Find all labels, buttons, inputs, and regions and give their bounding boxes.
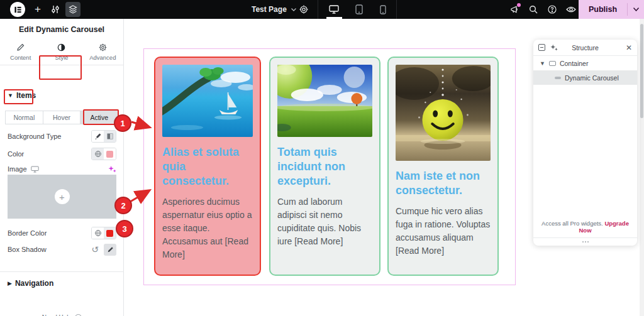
border-color-label: Border Color (8, 229, 47, 237)
publish-options-chevron[interactable] (628, 0, 644, 19)
navigation-section-toggle[interactable]: ▶ Navigation (8, 279, 53, 288)
color-swatch-pink[interactable] (104, 148, 116, 160)
close-icon[interactable]: ✕ (626, 43, 632, 52)
tree-item-dynamic-carousel[interactable]: Dynamic Carousel (533, 70, 637, 85)
pencil-icon (16, 43, 25, 52)
tab-style-label: Style (55, 54, 68, 61)
color-label: Color (8, 150, 24, 158)
items-section-toggle[interactable]: ▼ Items (8, 91, 36, 100)
color-row: Color (8, 148, 116, 160)
border-color-swatch-red[interactable] (104, 227, 116, 239)
panel-tab-bar: Content Style Advanced (0, 39, 123, 65)
edit-box-shadow-pencil-icon[interactable] (104, 244, 116, 256)
navigation-section-label: Navigation (15, 279, 53, 288)
notification-dot (517, 3, 521, 7)
elementor-editor: + Test Page (0, 0, 644, 316)
preview-eye-icon[interactable] (562, 0, 580, 19)
finder-search-icon[interactable] (525, 0, 542, 19)
tree-item-container[interactable]: ▼ Container (533, 56, 637, 70)
box-shadow-control: ↺ (91, 244, 116, 256)
toolbar-divider (396, 0, 397, 19)
carousel-card[interactable]: Totam quis incidunt non excepturi. Cum a… (269, 57, 380, 276)
help-icon[interactable] (543, 0, 561, 19)
image-label-group: Image (8, 165, 39, 173)
state-tab-bar: Normal Hover Active (5, 111, 118, 124)
page-settings-gear-icon[interactable] (296, 0, 312, 19)
device-tablet-icon[interactable] (350, 0, 369, 19)
publish-button[interactable]: Publish (579, 0, 627, 19)
panel-title: Edit Dynamic Carousel (0, 19, 123, 39)
pro-widgets-text: Access all Pro widgets. (541, 220, 603, 227)
elementor-logo-icon[interactable] (10, 2, 25, 17)
gear-icon (99, 43, 107, 52)
card-body: Cumque hic vero alias fuga in ratione. V… (396, 205, 491, 258)
tab-advanced-label: Advanced (89, 54, 116, 61)
card-title: Totam quis incidunt non excepturi. (277, 145, 372, 188)
active-device-indicator (326, 17, 342, 19)
callout-1: 1 (114, 114, 131, 132)
state-tab-hover[interactable]: Hover (43, 111, 80, 124)
tab-style[interactable]: Style (41, 39, 82, 65)
border-color-row: Border Color (8, 227, 116, 239)
card-image-smiley-rain (396, 65, 491, 161)
page-name-dropdown[interactable]: Test Page (249, 0, 299, 19)
carousel-card[interactable]: Nam iste et non consectetur. Cumque hic … (387, 57, 499, 276)
color-control (91, 148, 116, 160)
box-shadow-row: Box Shadow ↺ (8, 243, 116, 256)
tab-content[interactable]: Content (0, 39, 41, 65)
device-mobile-icon[interactable] (374, 0, 392, 19)
border-color-control (91, 227, 116, 239)
caret-right-icon: ▶ (8, 280, 12, 286)
tree-item-label: Container (560, 60, 589, 67)
device-desktop-icon[interactable] (325, 0, 343, 19)
classic-background-brush-icon[interactable] (92, 131, 104, 142)
publish-split-button[interactable]: Publish (579, 0, 644, 19)
caret-down-icon: ▼ (8, 92, 13, 99)
image-row: Image (8, 163, 116, 175)
whats-new-megaphone-icon[interactable] (506, 0, 523, 19)
state-tab-active[interactable]: Active (80, 111, 118, 124)
chevron-down-icon (633, 8, 639, 11)
card-title: Nam iste et non consectetur. (396, 169, 491, 198)
top-toolbar: + Test Page (0, 0, 644, 19)
add-element-icon[interactable]: + (30, 0, 45, 19)
elementor-logo-glyph (14, 6, 22, 14)
card-body: Asperiores ducimus aspernatur eius optio… (162, 195, 253, 261)
state-tab-normal[interactable]: Normal (6, 111, 43, 124)
gradient-background-icon[interactable] (104, 131, 116, 142)
background-type-control (91, 130, 116, 143)
widgets-panel-icon[interactable] (65, 2, 80, 17)
panel-drag-handle[interactable] (533, 238, 637, 246)
carousel-card-active[interactable]: Alias et soluta quia consectetur. Asperi… (154, 57, 261, 276)
card-image-beach (162, 65, 253, 137)
pro-widgets-footer: Access all Pro widgets. Upgrade Now (533, 216, 637, 238)
collapse-all-icon[interactable] (538, 44, 545, 51)
image-upload-area[interactable]: + (8, 175, 116, 219)
card-title: Alias et soluta quia consectetur. (162, 145, 253, 188)
structure-panel-title: Structure (533, 44, 637, 52)
tab-advanced[interactable]: Advanced (82, 39, 123, 65)
ai-sparkle-icon[interactable] (108, 165, 116, 173)
image-label: Image (8, 165, 27, 173)
reset-undo-icon[interactable]: ↺ (91, 244, 99, 254)
card-image-planet-meadow (277, 65, 372, 137)
editor-panel: Edit Dynamic Carousel Content Style (0, 19, 124, 316)
caret-down-icon: ▼ (540, 60, 545, 67)
global-color-globe-icon[interactable] (92, 227, 104, 239)
scrollbar-thumb[interactable] (640, 24, 643, 118)
structure-panel: Structure ✕ ▼ Container Dynamic Carousel… (533, 40, 637, 246)
canvas-scrollbar[interactable] (640, 19, 644, 316)
box-shadow-label: Box Shadow (8, 246, 47, 253)
responsive-desktop-icon[interactable] (31, 166, 39, 173)
callout-2: 2 (114, 197, 132, 214)
site-settings-icon[interactable] (48, 0, 63, 19)
background-type-label: Background Type (8, 133, 61, 140)
structure-panel-header: Structure ✕ (533, 40, 637, 56)
color-swatch (106, 230, 113, 237)
container-icon (549, 61, 556, 66)
tab-content-label: Content (10, 54, 31, 61)
global-color-globe-icon[interactable] (92, 148, 104, 160)
ai-sparkle-icon[interactable] (550, 44, 558, 52)
background-type-row: Background Type (8, 130, 116, 143)
callout-3: 3 (116, 220, 133, 237)
